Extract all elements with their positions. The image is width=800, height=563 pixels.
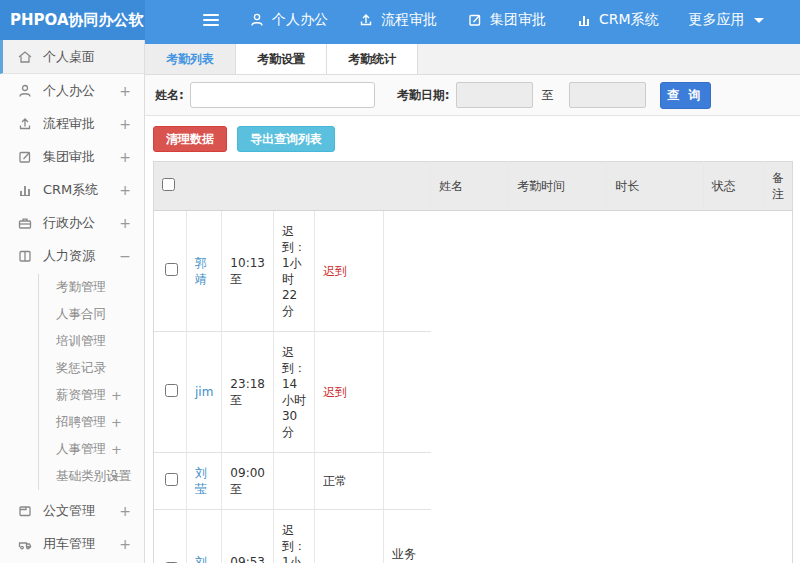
table-row: 郭靖 10:13至 迟到：1小时22分 迟到 — [154, 211, 431, 332]
table-header-row: 姓名 考勤时间 时长 状态 备注 — [154, 162, 793, 211]
nav-label: 流程审批 — [381, 11, 437, 29]
search-button[interactable]: 查 询 — [660, 82, 711, 109]
main-content: 考勤列表 考勤设置 考勤统计 姓名: 考勤日期: 至 查 询 清理数据 导出查询… — [145, 40, 800, 563]
status-text: 迟到 — [314, 510, 383, 563]
tab-attendance-settings[interactable]: 考勤设置 — [236, 44, 327, 74]
sidebar-subitem-recruit[interactable]: 招聘管理 + — [39, 409, 144, 436]
expand-icon[interactable]: + — [119, 503, 131, 519]
sidebar-item-documents[interactable]: 公文管理 + — [0, 494, 144, 527]
nav-label: 更多应用 — [689, 11, 745, 29]
nav-more-apps[interactable]: 更多应用 — [689, 11, 764, 29]
attendance-table: 姓名 考勤时间 时长 状态 备注 郭靖 10:13至 迟到：1小时22分 迟到 … — [153, 161, 793, 563]
employee-name-link[interactable]: jim — [195, 385, 213, 399]
expand-icon[interactable]: + — [119, 149, 131, 165]
sidebar-item-label: 公文管理 — [43, 502, 95, 520]
top-nav: 个人办公 流程审批 集团审批 CRM系统 更多应用 — [249, 11, 764, 29]
hr-submenu: 考勤管理 人事合同 培训管理 奖惩记录 薪资管理 + 招聘管理 + 人事管理 + — [38, 274, 144, 490]
row-checkbox[interactable] — [165, 263, 178, 276]
sidebar-item-label: 行政办公 — [43, 214, 95, 232]
clear-data-button[interactable]: 清理数据 — [153, 126, 227, 152]
column-header-status: 状态 — [703, 162, 763, 211]
attendance-time-cell: 10:13至 — [222, 211, 274, 332]
sidebar-item-group-approval[interactable]: 集团审批 + — [0, 140, 144, 173]
duration-cell: 迟到：14小时30分 — [273, 332, 314, 453]
sidebar-item-desktop[interactable]: 个人桌面 — [0, 40, 144, 74]
sidebar-item-admin-office[interactable]: 行政办公 + — [0, 206, 144, 239]
nav-crm-system[interactable]: CRM系统 — [576, 11, 659, 29]
sidebar-item-label: 集团审批 — [43, 148, 95, 166]
date-filter-label: 考勤日期: — [397, 87, 450, 104]
subitem-label: 人事管理 — [56, 441, 106, 458]
expand-icon[interactable]: + — [119, 182, 131, 198]
tab-attendance-list[interactable]: 考勤列表 — [145, 44, 236, 74]
sidebar-subitem-personnel[interactable]: 人事管理 + — [39, 436, 144, 463]
date-from-input[interactable] — [456, 82, 533, 108]
expand-icon[interactable]: + — [119, 215, 131, 231]
expand-icon[interactable]: + — [119, 116, 131, 132]
expand-icon[interactable]: + — [111, 388, 122, 403]
note-text: 业务需要外出 — [384, 510, 431, 563]
person-icon — [249, 12, 265, 28]
duration-cell — [273, 453, 314, 510]
top-header: PHPOA协同办公软件 个人办公 流程审批 集团审批 — [0, 0, 800, 40]
employee-name-link[interactable]: 刘莹 — [195, 555, 207, 563]
row-checkbox[interactable] — [165, 384, 178, 397]
sidebar-subitem-rewards[interactable]: 奖惩记录 — [39, 355, 144, 382]
sidebar-item-workflow[interactable]: 流程审批 + — [0, 107, 144, 140]
sidebar-item-label: 人力资源 — [43, 247, 95, 265]
sidebar-subitem-attendance[interactable]: 考勤管理 — [39, 274, 144, 301]
subitem-label: 培训管理 — [56, 333, 106, 350]
sidebar-item-crm[interactable]: CRM系统 + — [0, 173, 144, 206]
late-duration-text: 迟到：1小时22分 — [282, 223, 306, 319]
expand-icon[interactable]: + — [111, 469, 122, 484]
expand-icon[interactable]: + — [111, 442, 122, 457]
nav-workflow-approval[interactable]: 流程审批 — [358, 11, 437, 29]
sidebar-subitem-hr-contract[interactable]: 人事合同 — [39, 301, 144, 328]
attendance-time-cell: 09:53至 — [222, 510, 274, 563]
sidebar-item-label: 流程审批 — [43, 115, 95, 133]
date-to-input[interactable] — [569, 82, 646, 108]
table-body: 郭靖 10:13至 迟到：1小时22分 迟到 jim 23:18至 迟到：14小… — [154, 211, 431, 563]
tab-attendance-stats[interactable]: 考勤统计 — [327, 44, 418, 74]
name-filter-label: 姓名: — [155, 87, 184, 104]
row-checkbox[interactable] — [165, 473, 178, 486]
chart-icon — [576, 12, 592, 28]
select-all-checkbox[interactable] — [162, 178, 175, 191]
flow-icon — [17, 116, 33, 132]
app-logo: PHPOA协同办公软件 — [0, 0, 145, 40]
hamburger-menu-icon[interactable] — [203, 14, 219, 26]
employee-name-link[interactable]: 刘莹 — [195, 466, 207, 496]
status-text: 正常 — [314, 453, 383, 510]
expand-icon[interactable]: + — [119, 83, 131, 99]
sidebar-item-hr[interactable]: 人力资源 − — [0, 239, 144, 272]
sidebar-item-label: 个人桌面 — [43, 48, 95, 66]
subitem-label: 考勤管理 — [56, 279, 106, 296]
export-list-button[interactable]: 导出查询列表 — [237, 126, 335, 152]
note-text — [384, 332, 431, 453]
subitem-label: 招聘管理 — [56, 414, 106, 431]
status-text: 迟到 — [314, 332, 383, 453]
collapse-icon[interactable]: − — [119, 248, 131, 264]
expand-icon[interactable]: + — [111, 415, 122, 430]
nav-group-approval[interactable]: 集团审批 — [467, 11, 546, 29]
employee-name-link[interactable]: 郭靖 — [195, 256, 207, 286]
chart-icon — [17, 182, 33, 198]
edit-icon — [17, 149, 33, 165]
table-row: 刘莹 09:00至 正常 — [154, 453, 431, 510]
expand-icon[interactable]: + — [119, 536, 131, 552]
caret-down-icon — [754, 18, 764, 23]
sidebar-item-vehicle[interactable]: 用车管理 + — [0, 527, 144, 560]
sidebar-subitem-base-category[interactable]: 基础类别设置 + — [39, 463, 144, 490]
status-text: 迟到 — [314, 211, 383, 332]
attendance-time-cell: 23:18至 — [222, 332, 274, 453]
sidebar-subitem-salary[interactable]: 薪资管理 + — [39, 382, 144, 409]
car-icon — [17, 536, 33, 552]
sidebar-subitem-training[interactable]: 培训管理 — [39, 328, 144, 355]
person-icon — [17, 83, 33, 99]
date-range-to-label: 至 — [542, 87, 554, 104]
sidebar-item-personal-office[interactable]: 个人办公 + — [0, 74, 144, 107]
name-filter-input[interactable] — [190, 82, 375, 108]
nav-personal-office[interactable]: 个人办公 — [249, 11, 328, 29]
sidebar-item-label: 个人办公 — [43, 82, 95, 100]
action-buttons: 清理数据 导出查询列表 — [145, 116, 800, 161]
